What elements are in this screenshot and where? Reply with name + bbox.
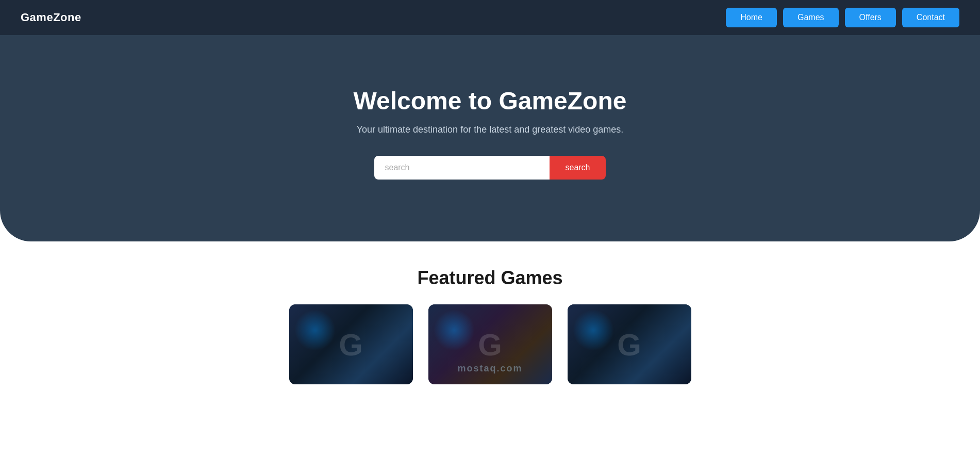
game-card-3[interactable]: G [568, 304, 691, 384]
game-thumbnail-3: G [568, 304, 691, 384]
search-bar: search [374, 156, 605, 180]
nav-games-button[interactable]: Games [783, 8, 839, 27]
game-card-1[interactable]: G [289, 304, 413, 384]
nav-offers-button[interactable]: Offers [845, 8, 896, 27]
game-thumb-letter-2: G [478, 327, 502, 362]
game-card-2[interactable]: G mostaq.com [428, 304, 552, 384]
nav-home-button[interactable]: Home [726, 8, 777, 27]
glow-effect-3 [573, 310, 614, 351]
nav-contact-button[interactable]: Contact [902, 8, 959, 27]
game-thumb-letter-1: G [339, 327, 363, 362]
game-thumbnail-2: G mostaq.com [428, 304, 552, 384]
hero-subtitle: Your ultimate destination for the latest… [357, 124, 624, 135]
nav-links: Home Games Offers Contact [726, 8, 959, 27]
brand-logo: GameZone [21, 11, 81, 24]
watermark-text: mostaq.com [457, 363, 522, 374]
hero-section: Welcome to GameZone Your ultimate destin… [0, 35, 980, 241]
navbar: GameZone Home Games Offers Contact [0, 0, 980, 35]
game-thumb-letter-3: G [617, 327, 641, 362]
featured-section: Featured Games G G mostaq.com G [0, 241, 980, 395]
featured-title: Featured Games [21, 267, 959, 289]
games-grid: G G mostaq.com G [21, 304, 959, 384]
glow-effect-2 [434, 310, 475, 351]
search-button[interactable]: search [550, 156, 605, 180]
game-thumbnail-1: G [289, 304, 413, 384]
search-input[interactable] [374, 156, 550, 180]
hero-title: Welcome to GameZone [354, 87, 627, 115]
glow-effect-1 [294, 310, 336, 351]
